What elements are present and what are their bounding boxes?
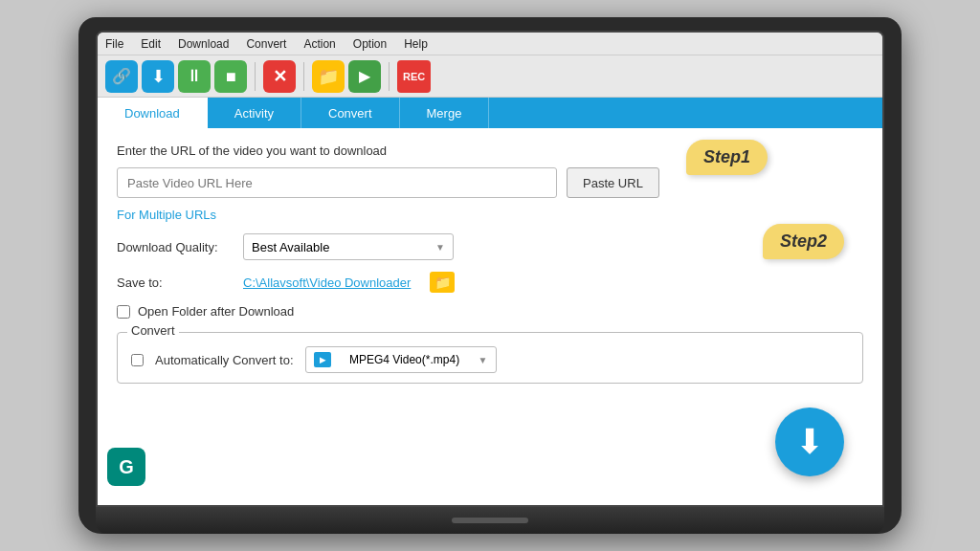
- rec-button[interactable]: REC: [397, 60, 431, 93]
- multi-url-link[interactable]: For Multiple URLs: [117, 208, 216, 222]
- format-dropdown[interactable]: ▶ MPEG4 Video(*.mp4) ▼: [305, 346, 497, 373]
- auto-convert-checkbox[interactable]: [131, 354, 144, 366]
- menu-convert[interactable]: Convert: [246, 37, 286, 51]
- auto-convert-label: Automatically Convert to:: [155, 353, 294, 367]
- main-content: Step1 Enter the URL of the video you wan…: [98, 128, 882, 505]
- laptop-shell: File Edit Download Convert Action Option…: [78, 17, 902, 534]
- format-dropdown-arrow: ▼: [479, 355, 488, 365]
- download-arrow-icon: ⬇: [795, 425, 824, 459]
- save-label: Save to:: [117, 276, 232, 290]
- format-value: MPEG4 Video(*.mp4): [349, 353, 459, 366]
- menu-bar: File Edit Download Convert Action Option…: [98, 33, 882, 55]
- browse-folder-button[interactable]: 📁: [430, 272, 455, 293]
- quality-dropdown[interactable]: Best Available ▼: [243, 233, 454, 260]
- tab-merge[interactable]: Merge: [400, 98, 490, 128]
- convert-group: Convert Automatically Convert to: ▶ MPEG…: [117, 332, 863, 384]
- open-folder-button[interactable]: 📁: [312, 60, 345, 93]
- stop-button[interactable]: ⏹: [214, 60, 247, 93]
- menu-edit[interactable]: Edit: [141, 37, 161, 51]
- open-folder-row: Open Folder after Download: [117, 304, 863, 319]
- save-path-link[interactable]: C:\Allavsoft\Video Downloader: [243, 276, 411, 290]
- toolbar-separator-2: [303, 62, 304, 91]
- format-icon: ▶: [314, 352, 331, 367]
- download-button[interactable]: ⬇: [142, 60, 174, 93]
- menu-download[interactable]: Download: [178, 37, 229, 51]
- tabs-bar: Download Activity Convert Merge: [98, 98, 882, 128]
- allavsoft-logo: G: [107, 448, 145, 486]
- menu-action[interactable]: Action: [303, 37, 335, 51]
- quality-value: Best Available: [252, 240, 329, 254]
- play-button[interactable]: ▶: [348, 60, 381, 93]
- menu-help[interactable]: Help: [404, 37, 428, 51]
- toolbar: 🔗 ⬇ ⏸ ⏹ ✕ 📁 ▶ REC: [98, 55, 882, 98]
- save-row: Save to: C:\Allavsoft\Video Downloader 📁: [117, 272, 863, 293]
- add-link-button[interactable]: 🔗: [105, 60, 138, 93]
- app-window: File Edit Download Convert Action Option…: [98, 33, 882, 505]
- url-input[interactable]: [117, 167, 557, 198]
- download-circle-button[interactable]: ⬇: [775, 408, 844, 476]
- laptop-notch: [452, 518, 528, 523]
- quality-row: Download Quality: Best Available ▼: [117, 233, 863, 260]
- open-folder-label: Open Folder after Download: [138, 304, 294, 319]
- convert-group-title: Convert: [127, 323, 179, 338]
- step2-bubble: Step2: [763, 224, 844, 259]
- toolbar-separator-3: [389, 62, 390, 91]
- step1-bubble: Step1: [686, 140, 768, 175]
- paste-url-button[interactable]: Paste URL: [567, 167, 659, 198]
- open-folder-checkbox[interactable]: [117, 305, 130, 319]
- cancel-button[interactable]: ✕: [263, 60, 296, 93]
- laptop-base: [96, 507, 884, 534]
- toolbar-separator-1: [255, 62, 256, 91]
- pause-button[interactable]: ⏸: [178, 60, 211, 93]
- quality-dropdown-arrow: ▼: [435, 242, 445, 253]
- convert-inner: Automatically Convert to: ▶ MPEG4 Video(…: [131, 346, 849, 373]
- menu-option[interactable]: Option: [353, 37, 387, 51]
- tab-activity[interactable]: Activity: [208, 98, 301, 128]
- laptop-screen: File Edit Download Convert Action Option…: [96, 31, 884, 507]
- quality-label: Download Quality:: [117, 240, 232, 254]
- tab-download[interactable]: Download: [98, 98, 208, 128]
- tab-convert[interactable]: Convert: [301, 98, 400, 128]
- menu-file[interactable]: File: [105, 37, 123, 51]
